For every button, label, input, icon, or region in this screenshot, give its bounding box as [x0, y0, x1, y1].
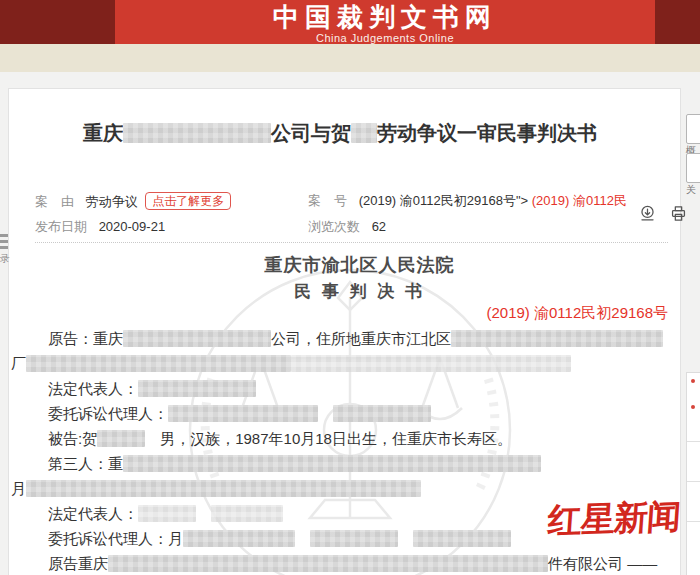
redacted-blur	[451, 330, 663, 347]
redacted-blur	[138, 505, 196, 522]
site-title: 中国裁判文书网	[115, 2, 655, 32]
text-segment: 重庆	[83, 122, 123, 144]
text-segment: 委托诉讼代理人：	[48, 405, 168, 422]
text-segment: 月	[11, 480, 26, 497]
redstar-news-logo: 红星新闻	[546, 494, 682, 545]
redacted-blur	[333, 405, 431, 422]
text-segment: 公司，住所地重庆市江北区	[271, 330, 451, 347]
redacted-blur	[123, 455, 541, 472]
document-title: 重庆公司与贺劳动争议一审民事判决书	[30, 120, 650, 147]
redacted-blur	[97, 430, 145, 447]
divider	[687, 481, 700, 482]
menu-icon	[0, 246, 8, 249]
cause-label: 案 由	[35, 194, 74, 209]
text-segment	[318, 405, 333, 422]
redacted-blur	[351, 123, 377, 143]
text-segment	[196, 505, 211, 522]
view-count-value: 62	[372, 219, 386, 234]
view-count-label: 浏览次数	[308, 219, 360, 234]
doc-body-line: 被告:贺 男，汉族，1987年10月18日出生，住重庆市长寿区。	[9, 426, 699, 451]
meta-number-row: 案 号 (2019) 渝0112民初29168号"> (2019) 渝0112民	[308, 192, 627, 210]
publish-date-value: 2020-09-21	[99, 219, 166, 234]
text-segment: 男，汉族，1987年10月18日出生，住重庆市长寿区。	[145, 430, 512, 447]
site-header: 中国裁判文书网 China Judgements Online	[0, 0, 700, 44]
document-type: 民 事 判 决 书	[8, 280, 681, 303]
divider	[687, 521, 700, 522]
text-segment: 原告：重庆	[48, 330, 123, 347]
text-segment: 法定代表人：	[48, 380, 138, 397]
redacted-blur	[211, 505, 283, 522]
text-segment: 劳动争议一审民事判决书	[377, 122, 597, 144]
publish-date-label: 发布日期	[35, 219, 87, 234]
redacted-blur	[168, 405, 318, 422]
court-name: 重庆市渝北区人民法院	[8, 253, 681, 277]
redacted-blur	[26, 355, 291, 372]
text-segment: 原告重庆	[48, 555, 108, 572]
meta-date-row: 发布日期 2020-09-21	[35, 218, 165, 236]
redacted-blur	[291, 355, 571, 372]
doc-body-line: 厂	[9, 351, 699, 376]
redacted-blur	[138, 380, 256, 397]
doc-body-line: 原告：重庆公司，住所地重庆市江北区	[9, 326, 699, 351]
redacted-blur	[108, 555, 548, 572]
red-dot-icon	[691, 379, 695, 383]
text-segment: 委托诉讼代理人：月	[48, 530, 183, 547]
redacted-blur	[310, 530, 398, 547]
site-subtitle: China Judgements Online	[115, 32, 655, 44]
right-toolbar-strip[interactable]	[686, 372, 700, 575]
download-icon[interactable]	[638, 203, 657, 224]
text-segment: 法定代表人：	[48, 505, 138, 522]
redacted-blur	[123, 123, 271, 143]
doc-body-line: 法定代表人：	[9, 376, 699, 401]
page: 中国裁判文书网 China Judgements Online 重庆公司与贺劳动…	[0, 0, 700, 575]
toc-menu-button[interactable]: 录	[0, 234, 10, 276]
case-number-link[interactable]: (2019) 渝0112民	[532, 193, 627, 208]
case-number-heading: (2019) 渝0112民初29168号	[308, 304, 668, 323]
menu-icon	[0, 234, 8, 237]
divider	[687, 441, 700, 442]
text-segment	[295, 530, 310, 547]
rail-button-2[interactable]	[686, 153, 700, 183]
document-actions	[630, 203, 688, 228]
meta-cause-row: 案 由 劳动争议 点击了解更多	[35, 192, 231, 211]
text-segment	[398, 530, 413, 547]
site-header-center: 中国裁判文书网 China Judgements Online	[115, 0, 655, 44]
case-number-value: (2019) 渝0112民初29168号">	[359, 193, 532, 208]
redacted-blur	[26, 480, 421, 497]
redacted-blur	[183, 530, 295, 547]
redacted-blur	[413, 530, 511, 547]
rail-button-1[interactable]	[686, 114, 700, 144]
more-info-badge[interactable]: 点击了解更多	[145, 192, 231, 210]
print-icon[interactable]	[669, 203, 688, 224]
text-segment: 件有限公司 ——	[548, 555, 657, 572]
toc-label-partial: 录	[0, 252, 10, 266]
redacted-blur	[123, 330, 271, 347]
meta-views-row: 浏览次数 62	[308, 218, 386, 236]
doc-body-line: 原告重庆件有限公司 ——	[9, 551, 699, 575]
menu-icon	[0, 240, 8, 243]
text-segment: 厂	[11, 355, 26, 372]
rail-button-2-label: 关	[686, 183, 696, 197]
text-segment: 第三人：重	[48, 455, 123, 472]
sub-header-bar	[0, 44, 700, 72]
doc-body-line: 委托诉讼代理人：	[9, 401, 699, 426]
text-segment: 被告:贺	[48, 430, 97, 447]
red-dot-icon	[691, 405, 695, 409]
divider	[35, 242, 668, 243]
text-segment: 公司与贺	[271, 122, 351, 144]
cause-value: 劳动争议	[86, 194, 138, 209]
case-number-label: 案 号	[308, 193, 347, 208]
doc-body-line: 第三人：重	[9, 451, 699, 476]
